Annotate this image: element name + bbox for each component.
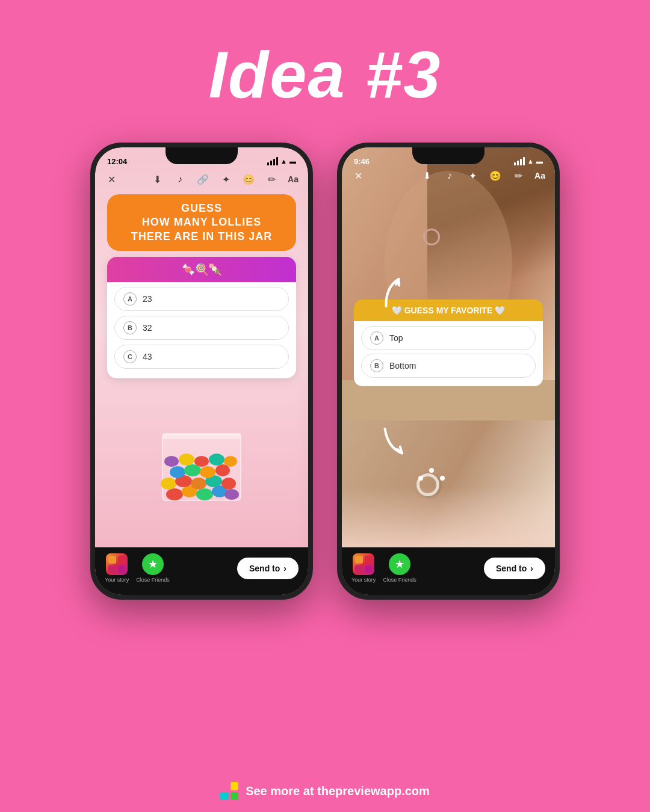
wifi-icon: ▲ — [280, 158, 287, 165]
svg-point-19 — [224, 456, 237, 467]
quiz2-option-a[interactable]: A Top — [361, 326, 536, 350]
wifi-icon-2: ▲ — [527, 158, 534, 165]
signal-bar-2 — [270, 161, 272, 165]
download-icon-2[interactable]: ⬇ — [420, 169, 433, 182]
send-to-label-2: Send to — [496, 564, 527, 573]
battery-icon-2: ▬ — [536, 158, 543, 165]
arrow-bottom-decoration — [373, 422, 415, 469]
phone1-time: 12:04 — [107, 157, 127, 166]
story-icon-q2-2 — [365, 556, 373, 564]
send-to-arrow: › — [283, 564, 286, 573]
quiz-option-a[interactable]: A 23 — [114, 287, 289, 311]
quiz-question-bubble: GUESSHOW MANY LOLLIESTHERE ARE IN THIS J… — [107, 194, 296, 251]
send-to-button[interactable]: Send to › — [237, 558, 299, 579]
svg-point-10 — [221, 478, 236, 490]
svg-point-17 — [194, 456, 209, 467]
bottom-left-actions: Your story ★ Close Friends — [105, 553, 170, 583]
close-friends-label: Close Friends — [136, 577, 170, 583]
signal-bar-3 — [273, 159, 275, 165]
phone1-toolbar: ✕ ⬇ ♪ 🔗 ✦ 😊 ✏ Aa — [95, 169, 308, 189]
candy-jar-svg — [153, 386, 250, 503]
footer-text: See more at thepreviewapp.com — [246, 784, 430, 798]
close-icon-2[interactable]: ✕ — [351, 169, 365, 182]
signal-bars-icon — [267, 157, 278, 165]
story-icon-q3-2 — [355, 565, 363, 573]
story-icon-q3 — [108, 565, 116, 573]
quiz2-option-a-value: Top — [389, 333, 403, 343]
music-icon[interactable]: ♪ — [173, 173, 187, 186]
title-section: Idea #3 — [0, 0, 650, 131]
quiz-options: A 23 B 32 C 43 — [107, 282, 296, 378]
arrow-bottom-svg — [374, 422, 416, 464]
sparkle-icon-2[interactable]: ✦ — [466, 169, 479, 182]
story-icon-q1-2 — [355, 556, 363, 564]
svg-point-8 — [191, 478, 206, 490]
story-icon-2 — [353, 553, 374, 575]
link-icon[interactable]: 🔗 — [196, 173, 209, 186]
grid-cell-4 — [231, 792, 239, 801]
close-friends-label-2: Close Friends — [383, 577, 416, 583]
phones-container: 12:04 ▲ ▬ ✕ — [0, 131, 650, 600]
phone1-status-bar: 12:04 ▲ ▬ — [95, 147, 308, 169]
quiz-option-b[interactable]: B 32 — [114, 316, 289, 340]
signal-bar-1 — [267, 162, 269, 165]
phone2-screen: 9:46 ▲ ▬ ✕ — [342, 147, 555, 595]
send-to-label: Send to — [249, 564, 280, 573]
draw-icon[interactable]: ✏ — [265, 173, 278, 186]
download-icon[interactable]: ⬇ — [150, 173, 164, 186]
story-icon-q4-2 — [365, 565, 373, 573]
footer: See more at thepreviewapp.com — [0, 770, 650, 812]
option-a-value: 23 — [143, 294, 152, 304]
svg-point-6 — [161, 478, 176, 490]
battery-icon: ▬ — [289, 158, 296, 165]
phone-2: 9:46 ▲ ▬ ✕ — [337, 143, 560, 600]
svg-point-1 — [166, 488, 183, 500]
phone2-background: 9:46 ▲ ▬ ✕ — [342, 147, 555, 595]
sparkle-icon[interactable]: ✦ — [219, 173, 232, 186]
quiz-widget-1: 🍬🍭🍡 A 23 B 32 C 43 — [107, 257, 296, 378]
draw-icon-2[interactable]: ✏ — [512, 169, 525, 182]
option-a-letter: A — [123, 292, 137, 306]
your-story-button[interactable]: Your story — [105, 553, 129, 583]
signal-bar-2 — [517, 161, 519, 165]
candy-image-area — [95, 384, 308, 505]
quiz2-option-a-letter: A — [370, 331, 383, 345]
grid-cell-3 — [220, 792, 229, 801]
quiz2-option-b[interactable]: B Bottom — [361, 354, 536, 378]
music-icon-2[interactable]: ♪ — [443, 169, 456, 182]
text-tool-2[interactable]: Aa — [534, 171, 545, 180]
phone1-bottom-bar: Your story ★ Close Friends Send to › — [95, 547, 308, 595]
story-icon-q2 — [118, 556, 126, 564]
your-story-button-2[interactable]: Your story — [351, 553, 376, 583]
option-b-letter: B — [123, 321, 137, 334]
close-icon[interactable]: ✕ — [105, 173, 118, 186]
phone2-toolbar: ✕ ⬇ ♪ ✦ 😊 ✏ Aa — [342, 165, 555, 186]
grid-cell-2 — [231, 782, 239, 790]
svg-point-11 — [170, 466, 185, 478]
svg-point-15 — [164, 456, 179, 467]
quiz-option-c[interactable]: C 43 — [114, 345, 289, 369]
close-friends-icon: ★ — [142, 553, 164, 575]
close-friends-button[interactable]: ★ Close Friends — [136, 553, 170, 583]
your-story-label-2: Your story — [351, 577, 376, 583]
quiz-question-text: GUESSHOW MANY LOLLIESTHERE ARE IN THIS J… — [119, 201, 284, 244]
sticker-icon-2[interactable]: 😊 — [489, 169, 502, 182]
earring-photo-bottom — [342, 420, 555, 553]
signal-bar-4 — [523, 157, 525, 165]
signal-bar-3 — [520, 159, 522, 165]
story-icon — [106, 553, 128, 575]
phone2-status-icons: ▲ ▬ — [514, 157, 543, 165]
text-tool[interactable]: Aa — [288, 174, 299, 184]
page-title: Idea #3 — [0, 36, 650, 112]
phone1-screen: 12:04 ▲ ▬ ✕ — [95, 147, 308, 595]
phone2-time: 9:46 — [354, 157, 370, 166]
svg-point-3 — [196, 488, 213, 500]
sticker-icon[interactable]: 😊 — [242, 173, 255, 186]
quiz-header-emojis: 🍬🍭🍡 — [107, 257, 296, 282]
option-c-value: 43 — [143, 352, 152, 361]
send-to-button-2[interactable]: Send to › — [484, 558, 545, 579]
send-to-arrow-2: › — [530, 564, 533, 573]
svg-point-18 — [209, 454, 224, 466]
close-friends-button-2[interactable]: ★ Close Friends — [383, 553, 416, 583]
quiz2-option-b-letter: B — [370, 359, 383, 372]
